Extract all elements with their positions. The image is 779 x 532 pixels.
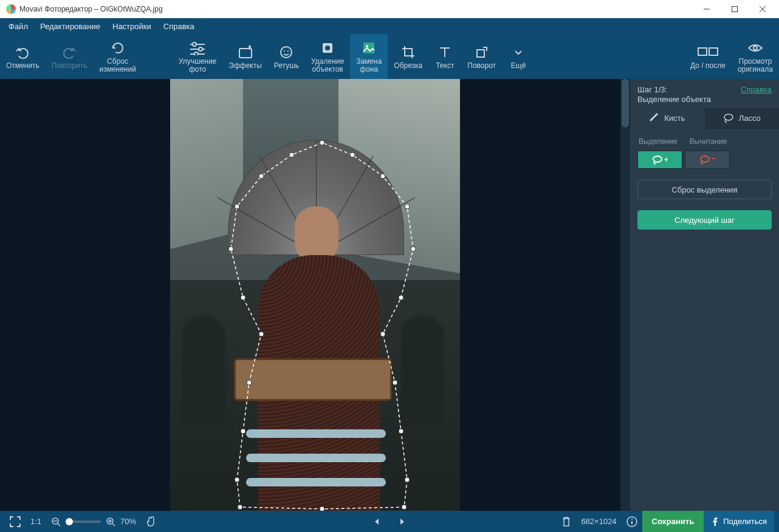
svg-point-15	[325, 46, 330, 50]
tab-lasso[interactable]: Лассо	[705, 108, 780, 128]
more-button[interactable]: Ещё	[502, 34, 535, 79]
retouch-button[interactable]: Ретушь	[268, 34, 305, 79]
step-indicator: Шаг 1/3: Выделение объекта	[637, 85, 711, 104]
effects-button[interactable]: Эффекты	[222, 34, 268, 79]
text-button[interactable]: Текст	[428, 34, 461, 79]
statusbar: 1:1 70% 682×1024 Сохранить Поделиться	[0, 511, 779, 532]
photo-preview	[170, 79, 460, 511]
svg-point-24	[259, 174, 264, 179]
svg-point-29	[247, 380, 252, 385]
menu-edit[interactable]: Редактирование	[34, 19, 106, 33]
svg-point-30	[241, 429, 245, 434]
brush-icon	[650, 113, 659, 123]
svg-line-53	[112, 523, 115, 526]
rotate-button[interactable]: Поворот	[461, 34, 502, 79]
help-link[interactable]: Справка	[741, 85, 772, 94]
facebook-icon	[711, 517, 719, 526]
share-button[interactable]: Поделиться	[704, 511, 774, 532]
selection-subtract-button[interactable]: −	[685, 151, 730, 169]
erase-icon	[320, 39, 335, 56]
bg-replace-icon	[362, 39, 376, 56]
svg-point-11	[281, 47, 292, 58]
svg-point-44	[724, 114, 733, 120]
svg-point-33	[320, 506, 324, 511]
lasso-selection[interactable]	[225, 140, 419, 511]
vertical-scrollbar[interactable]	[620, 79, 630, 511]
svg-point-42	[380, 174, 385, 179]
zoom-percent: 70%	[120, 517, 136, 526]
svg-rect-18	[477, 50, 484, 57]
minimize-button[interactable]	[693, 0, 721, 18]
save-button[interactable]: Сохранить	[642, 511, 704, 532]
fullscreen-button[interactable]	[5, 511, 26, 532]
menu-settings[interactable]: Настройки	[106, 19, 157, 33]
selection-tool-tabs: Кисть Лассо	[630, 108, 779, 129]
before-after-button[interactable]: До / после	[684, 34, 732, 79]
redo-icon	[62, 44, 77, 61]
menubar: Файл Редактирование Настройки Справка	[0, 18, 779, 34]
zoom-in-button[interactable]	[106, 517, 115, 527]
svg-point-17	[366, 45, 368, 47]
redo-button[interactable]: Повторить	[46, 34, 94, 79]
rotate-icon	[475, 44, 489, 61]
face-icon	[279, 44, 293, 61]
close-button[interactable]	[749, 0, 777, 18]
info-button[interactable]	[622, 511, 642, 532]
svg-point-37	[393, 380, 397, 385]
enhance-button[interactable]: Улучшениефото	[173, 34, 222, 79]
next-image-button[interactable]	[393, 517, 411, 526]
svg-point-7	[199, 47, 202, 51]
svg-point-47	[701, 156, 709, 162]
svg-point-13	[287, 50, 289, 52]
eye-icon	[747, 39, 763, 56]
crop-icon	[401, 44, 416, 61]
svg-text:−: −	[712, 155, 715, 163]
image-dimensions: 682×1024	[576, 511, 621, 532]
prev-image-button[interactable]	[368, 517, 386, 526]
svg-point-23	[289, 152, 294, 157]
compare-icon	[698, 44, 718, 61]
next-step-button[interactable]: Следующий шаг	[637, 210, 772, 230]
svg-rect-10	[239, 49, 252, 58]
remove-objects-button[interactable]: Удалениеобъектов	[305, 34, 350, 79]
selection-add-button[interactable]: +	[637, 151, 682, 169]
mode-select-label: Выделение	[639, 137, 678, 146]
menu-file[interactable]: Файл	[2, 19, 34, 33]
svg-point-22	[320, 140, 324, 145]
pan-hand-button[interactable]	[141, 511, 162, 532]
zoom-out-button[interactable]	[51, 517, 61, 527]
svg-point-35	[405, 477, 410, 482]
svg-point-41	[405, 204, 410, 209]
text-icon	[438, 44, 452, 61]
maximize-button[interactable]	[721, 0, 749, 18]
work-area: Шаг 1/3: Выделение объекта Справка Кисть…	[0, 79, 779, 511]
toolbar: Отменить Повторить Сбросизменений Улучше…	[0, 34, 779, 79]
tab-brush[interactable]: Кисть	[630, 108, 705, 129]
undo-button[interactable]: Отменить	[0, 34, 46, 79]
crop-button[interactable]: Обрезка	[388, 34, 428, 79]
svg-point-21	[753, 46, 757, 50]
svg-point-43	[350, 152, 355, 157]
lasso-icon	[723, 114, 734, 123]
background-replace-button[interactable]: Заменафона	[350, 34, 388, 79]
zoom-ratio[interactable]: 1:1	[26, 511, 46, 532]
menu-help[interactable]: Справка	[157, 19, 201, 33]
view-original-button[interactable]: Просмотроригинала	[732, 34, 779, 79]
svg-point-45	[653, 156, 662, 162]
svg-point-9	[194, 52, 198, 55]
zoom-slider[interactable]	[66, 520, 101, 523]
svg-point-34	[402, 505, 407, 510]
svg-point-39	[399, 295, 403, 300]
svg-point-28	[259, 332, 264, 336]
window-title: Movavi Фоторедактор – OIGkOtWuZQA.jpg	[19, 5, 163, 13]
canvas[interactable]	[0, 79, 630, 511]
window-controls	[693, 0, 777, 18]
svg-point-25	[235, 204, 239, 209]
reset-changes-button[interactable]: Сбросизменений	[93, 34, 142, 79]
delete-button[interactable]	[557, 511, 576, 532]
reset-icon	[111, 39, 125, 56]
sliders-icon	[189, 39, 206, 56]
reset-selection-button[interactable]: Сброс выделения	[637, 180, 772, 199]
app-logo	[6, 4, 16, 14]
magic-icon	[238, 44, 253, 61]
